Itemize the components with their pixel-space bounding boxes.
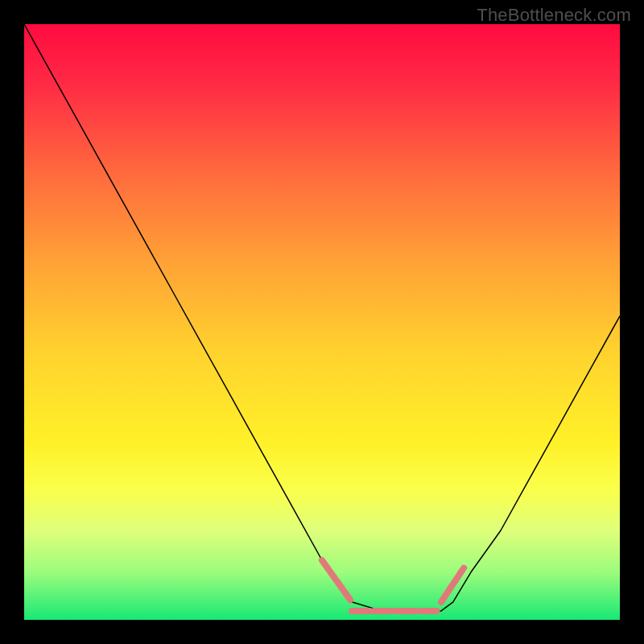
gradient-background: [24, 24, 620, 620]
svg-rect-0: [24, 24, 620, 620]
watermark: TheBottleneck.com: [477, 5, 631, 26]
chart-frame: TheBottleneck.com: [0, 0, 644, 644]
plot-area: [24, 24, 620, 620]
